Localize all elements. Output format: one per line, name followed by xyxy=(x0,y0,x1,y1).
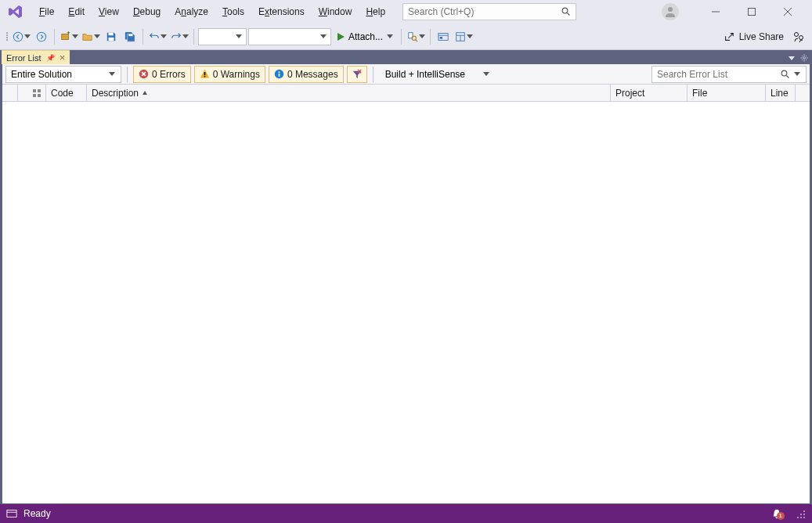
menu-view[interactable]: View xyxy=(92,3,125,20)
col-line[interactable]: Line xyxy=(766,85,796,101)
share-icon xyxy=(724,31,734,42)
feedback-button[interactable] xyxy=(790,28,807,45)
col-severity[interactable] xyxy=(2,85,18,101)
solution-platform-combo[interactable] xyxy=(248,28,331,45)
search-icon xyxy=(781,70,790,79)
svg-rect-35 xyxy=(33,94,36,97)
error-list-columns: Code Description Project File Line xyxy=(2,85,810,102)
menu-debug[interactable]: Debug xyxy=(127,3,167,20)
save-button[interactable] xyxy=(103,28,120,45)
col-scroll-gutter xyxy=(796,85,810,101)
error-list-tab-label: Error List xyxy=(6,53,42,63)
account-avatar[interactable] xyxy=(662,3,679,20)
svg-point-39 xyxy=(803,510,805,512)
svg-point-22 xyxy=(795,32,799,36)
status-bar: Ready 1 xyxy=(0,504,812,523)
menu-file[interactable]: File xyxy=(33,3,60,20)
tool-window-tabstrip: Error List 📌 × xyxy=(2,50,810,64)
resize-grip[interactable] xyxy=(795,508,806,519)
menu-window[interactable]: Window xyxy=(312,3,359,20)
minimize-button[interactable] xyxy=(698,0,734,23)
solution-explorer-button[interactable] xyxy=(435,28,452,45)
svg-rect-12 xyxy=(128,34,132,36)
error-list-tab[interactable]: Error List 📌 × xyxy=(2,50,70,64)
col-description[interactable]: Description xyxy=(87,85,611,101)
info-icon xyxy=(274,69,284,79)
svg-line-1 xyxy=(568,13,570,16)
play-icon xyxy=(336,32,345,41)
warnings-filter-button[interactable]: 0 Warnings xyxy=(194,66,265,83)
svg-rect-34 xyxy=(38,89,41,92)
live-share-label: Live Share xyxy=(739,31,784,42)
menu-tools[interactable]: Tools xyxy=(216,3,251,20)
menu-analyze[interactable]: Analyze xyxy=(168,3,215,20)
col-code[interactable]: Code xyxy=(46,85,87,101)
svg-point-31 xyxy=(781,70,787,76)
warnings-count-label: 0 Warnings xyxy=(213,69,260,80)
svg-rect-27 xyxy=(204,76,205,78)
quick-launch-search[interactable] xyxy=(402,3,576,20)
errors-filter-button[interactable]: 0 Errors xyxy=(133,66,191,83)
nav-forward-button[interactable] xyxy=(33,28,50,45)
svg-point-23 xyxy=(799,35,803,39)
svg-line-15 xyxy=(416,39,418,41)
error-list-search-input[interactable] xyxy=(657,69,781,80)
menu-bar: File Edit View Debug Analyze Tools Exten… xyxy=(0,0,812,23)
notifications-button[interactable]: 1 xyxy=(771,508,782,519)
pin-icon[interactable]: 📌 xyxy=(46,54,55,62)
col-file[interactable]: File xyxy=(687,85,766,101)
error-list-toolbar: Entire Solution 0 Errors 0 Warnings 0 Me… xyxy=(2,64,810,85)
find-in-files-button[interactable] xyxy=(406,28,426,45)
svg-rect-37 xyxy=(7,510,16,518)
svg-point-0 xyxy=(562,8,568,13)
scope-value: Entire Solution xyxy=(11,69,72,80)
build-mode-value: Build + IntelliSense xyxy=(385,69,465,80)
scope-combo[interactable]: Entire Solution xyxy=(5,66,121,83)
svg-rect-29 xyxy=(279,74,280,77)
nav-back-button[interactable] xyxy=(11,28,31,45)
svg-rect-4 xyxy=(749,9,756,16)
error-icon xyxy=(139,69,149,79)
svg-point-44 xyxy=(803,517,805,518)
menu-items: File Edit View Debug Analyze Tools Exten… xyxy=(33,3,392,20)
window-controls xyxy=(698,0,806,23)
error-list-body xyxy=(2,102,810,503)
toolbar-grip[interactable] xyxy=(5,28,9,45)
close-icon[interactable]: × xyxy=(60,52,66,63)
svg-point-40 xyxy=(800,514,802,515)
gear-icon[interactable] xyxy=(798,52,810,64)
redo-button[interactable] xyxy=(169,28,189,45)
messages-filter-button[interactable]: 0 Messages xyxy=(269,66,344,83)
window-position-button[interactable] xyxy=(785,52,798,64)
window-icon xyxy=(6,508,17,519)
new-project-button[interactable] xyxy=(59,28,79,45)
search-icon xyxy=(561,7,571,16)
close-button[interactable] xyxy=(770,0,806,23)
error-list-search[interactable] xyxy=(651,66,807,83)
svg-rect-9 xyxy=(62,34,69,39)
live-share-button[interactable]: Live Share xyxy=(719,31,789,42)
errors-count-label: 0 Errors xyxy=(152,69,186,80)
properties-window-button[interactable] xyxy=(453,28,474,45)
svg-rect-26 xyxy=(204,72,205,75)
svg-point-41 xyxy=(803,514,805,515)
filter-clear-icon xyxy=(352,69,363,80)
sort-asc-icon xyxy=(142,90,148,96)
menu-help[interactable]: Help xyxy=(359,3,392,20)
quick-launch-input[interactable] xyxy=(408,6,561,17)
maximize-button[interactable] xyxy=(734,0,770,23)
menu-edit[interactable]: Edit xyxy=(62,3,91,20)
svg-line-32 xyxy=(787,75,789,78)
menu-extensions[interactable]: Extensions xyxy=(252,3,311,20)
undo-button[interactable] xyxy=(147,28,168,45)
col-project[interactable]: Project xyxy=(611,85,687,101)
svg-point-7 xyxy=(13,32,22,41)
build-mode-combo[interactable]: Build + IntelliSense xyxy=(379,66,496,83)
svg-point-2 xyxy=(668,7,673,12)
save-all-button[interactable] xyxy=(121,28,139,45)
col-default[interactable] xyxy=(18,85,46,101)
solution-config-combo[interactable] xyxy=(198,28,247,45)
open-file-button[interactable] xyxy=(81,28,101,45)
clear-filter-button[interactable] xyxy=(347,66,367,83)
attach-debugger-button[interactable]: Attach... xyxy=(333,28,397,45)
